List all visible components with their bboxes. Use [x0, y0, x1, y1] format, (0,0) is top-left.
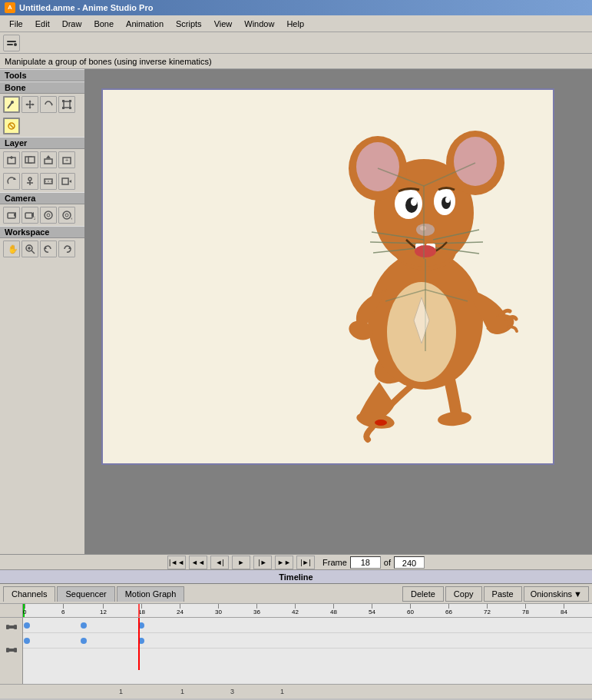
svg-point-84: [416, 224, 435, 236]
ruler-tick: 6: [61, 604, 64, 617]
left-panel: Tools Bone: [0, 69, 86, 554]
app-icon: A: [5, 2, 15, 13]
tool-camera3[interactable]: [40, 207, 57, 224]
app-title: Untitled.anme - Anime Studio Pro: [19, 3, 153, 12]
onionskins-dropdown-icon[interactable]: ▼: [574, 589, 582, 599]
svg-marker-36: [69, 180, 71, 183]
camera-tools: 2 +: [0, 204, 84, 226]
tool-anchor[interactable]: [21, 173, 38, 190]
tool-ik-active[interactable]: [3, 118, 20, 134]
svg-marker-8: [29, 100, 31, 102]
tool-duplicate-layer[interactable]: [21, 151, 38, 168]
svg-point-93: [6, 625, 10, 629]
tab-sequencer[interactable]: Sequencer: [57, 586, 114, 602]
track-sub-header: 1 1 3 1: [0, 684, 592, 698]
svg-rect-0: [7, 41, 16, 42]
ruler-tick: 66: [445, 604, 452, 617]
tracks-content: [23, 618, 592, 684]
menu-draw[interactable]: Draw: [56, 18, 88, 30]
timeline-controls: |◄◄ ◄◄ ◄| ► |► ►► |►| Frame of 240: [0, 554, 592, 569]
svg-point-65: [356, 142, 399, 191]
menu-scripts[interactable]: Scripts: [170, 18, 208, 30]
svg-rect-24: [28, 157, 35, 163]
svg-point-67: [454, 137, 497, 186]
tool-manipulate-ik[interactable]: [3, 96, 20, 113]
svg-point-45: [65, 214, 68, 217]
menu-edit[interactable]: Edit: [29, 18, 56, 30]
svg-line-49: [31, 250, 35, 254]
tab-motion-graph[interactable]: Motion Graph: [117, 586, 185, 602]
tool-camera1[interactable]: [3, 207, 20, 224]
tool-camera4[interactable]: +: [58, 207, 75, 224]
svg-text:✋: ✋: [8, 244, 17, 254]
frame-label: Frame: [322, 558, 347, 567]
tool-pan[interactable]: ✋: [3, 241, 20, 257]
tool-move-layer-up[interactable]: [40, 151, 57, 168]
frame-input[interactable]: [350, 556, 381, 569]
tool-layer-arrow[interactable]: [58, 173, 75, 190]
tool-add-layer[interactable]: [3, 151, 20, 168]
menu-animation[interactable]: Animation: [120, 18, 170, 30]
tool-camera2[interactable]: 2: [21, 207, 38, 224]
playback-forward-fast[interactable]: ►►: [275, 556, 293, 569]
playback-step-back[interactable]: ◄|: [210, 556, 229, 569]
ruler-tick: 48: [330, 604, 337, 617]
tool-scale-bone[interactable]: [58, 96, 75, 113]
tool-rotate-bone[interactable]: [40, 96, 57, 113]
tool-undo-view[interactable]: [40, 241, 57, 257]
menu-bone[interactable]: Bone: [88, 18, 120, 30]
status-message: Manipulate a group of bones (using inver…: [5, 57, 212, 66]
svg-point-94: [13, 625, 17, 629]
svg-rect-35: [62, 178, 68, 184]
svg-marker-12: [51, 103, 53, 106]
track-row-1: [23, 618, 592, 633]
svg-rect-16: [62, 107, 64, 109]
canvas-area[interactable]: [86, 69, 592, 554]
ruler-tick: 0: [23, 604, 26, 617]
timeline-section-label: Timeline: [0, 569, 592, 583]
ruler-tick: 42: [292, 604, 299, 617]
tab-channels[interactable]: Channels: [3, 586, 55, 602]
playback-step-forward[interactable]: |►: [253, 556, 272, 569]
svg-rect-15: [69, 100, 71, 102]
bone-tools: [0, 94, 84, 115]
paste-button[interactable]: Paste: [484, 586, 522, 602]
onionskins-button[interactable]: Onionskins ▼: [524, 586, 589, 602]
svg-point-88: [415, 245, 436, 257]
ruler-tick: 78: [522, 604, 529, 617]
tool-translate-bone[interactable]: [21, 96, 38, 113]
svg-point-57: [437, 410, 471, 427]
timeline-gutter: [0, 604, 23, 617]
workspace-tools: ✋: [0, 238, 84, 260]
playback-to-end[interactable]: |►|: [296, 556, 315, 569]
menu-view[interactable]: View: [208, 18, 239, 30]
playback-to-start[interactable]: |◄◄: [167, 556, 186, 569]
toolbar-ik-btn[interactable]: [3, 35, 20, 51]
delete-button[interactable]: Delete: [402, 586, 444, 602]
svg-marker-11: [32, 104, 35, 106]
track-bone-icon2: [5, 644, 18, 656]
copy-button[interactable]: Copy: [445, 586, 482, 602]
svg-point-85: [420, 226, 426, 231]
tool-rotate-layer[interactable]: [3, 173, 20, 190]
tool-layer-plus[interactable]: +: [58, 151, 75, 168]
menu-file[interactable]: File: [3, 18, 29, 30]
svg-point-2: [14, 43, 17, 46]
of-label: of: [384, 558, 391, 567]
keyframe: [81, 622, 87, 629]
tool-zoom[interactable]: [21, 241, 38, 257]
playback-play[interactable]: ►: [232, 556, 250, 569]
svg-rect-25: [45, 159, 52, 164]
ruler-tick: 36: [253, 604, 260, 617]
menu-help[interactable]: Help: [280, 18, 310, 30]
tool-redo-view[interactable]: [58, 241, 75, 257]
tool-transform[interactable]: [40, 173, 57, 190]
camera-section-title: Camera: [0, 192, 84, 204]
menu-window[interactable]: Window: [238, 18, 280, 30]
ruler-tick: 60: [407, 604, 414, 617]
canvas-viewport: [94, 77, 592, 554]
tools-title: Tools: [0, 69, 84, 81]
workspace-section-title: Workspace: [0, 226, 84, 238]
svg-point-96: [6, 648, 10, 652]
playback-rewind-fast[interactable]: ◄◄: [189, 556, 207, 569]
